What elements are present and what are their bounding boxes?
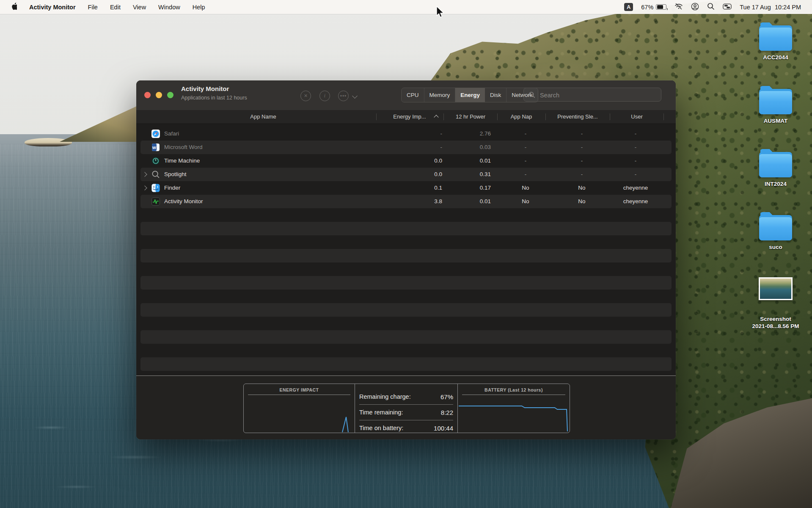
table-row-finder[interactable]: Finder 0.1 0.17 No No cheyenne <box>140 181 672 195</box>
empty-row <box>140 208 672 222</box>
mouse-cursor <box>436 6 445 20</box>
battery-chart-section: BATTERY (Last 12 hours) <box>458 384 570 433</box>
column-header-preventing-sleep[interactable]: Preventing Sle... <box>557 110 597 123</box>
activity-monitor-window: Activity Monitor Applications in last 12… <box>136 80 676 439</box>
energy-impact-section: ENERGY IMPACT <box>244 384 355 433</box>
energy-impact-title: ENERGY IMPACT <box>244 387 355 392</box>
wallpaper-island <box>25 138 72 146</box>
folder-label: suco <box>752 243 799 251</box>
tab-cpu[interactable]: CPU <box>402 88 424 102</box>
empty-row <box>140 290 672 303</box>
battery-level-graph <box>458 397 569 432</box>
desktop-folder-suco[interactable]: suco <box>752 215 799 251</box>
table-row-spotlight[interactable]: Spotlight 0.0 0.31 - - - <box>140 168 672 181</box>
folder-icon <box>759 152 792 177</box>
empty-row <box>140 330 672 344</box>
column-header-energy-impact[interactable]: Energy Imp... <box>393 110 426 123</box>
disclosure-chevron-icon[interactable] <box>142 185 147 190</box>
folder-icon <box>759 215 792 240</box>
window-titlebar[interactable]: Activity Monitor Applications in last 12… <box>136 80 676 110</box>
folder-label: AUSMAT <box>752 117 799 124</box>
menubar-date: Tue 17 Aug <box>740 4 771 11</box>
folder-label: ACC2044 <box>752 54 799 61</box>
menu-edit[interactable]: Edit <box>110 4 121 11</box>
window-footer: ENERGY IMPACT Remaining charge: 67% Time… <box>136 375 676 439</box>
battery-percent-label: 67% <box>641 4 653 11</box>
empty-row <box>140 249 672 262</box>
search-icon <box>528 91 535 98</box>
input-source-indicator[interactable]: A <box>624 3 633 11</box>
column-header-app-name[interactable]: App Name <box>250 110 276 123</box>
sort-ascending-icon <box>434 115 438 119</box>
svg-text:W: W <box>152 145 156 150</box>
screenshot-thumbnail <box>759 277 793 300</box>
tab-memory[interactable]: Memory <box>424 88 456 102</box>
empty-row <box>140 303 672 317</box>
desktop-folder-ausmat[interactable]: AUSMAT <box>752 89 799 124</box>
table-row-microsoft-word[interactable]: W Microsoft Word - 0.03 - - - <box>140 141 672 154</box>
finder-icon <box>151 184 160 192</box>
battery-chart-title: BATTERY (Last 12 hours) <box>458 387 570 392</box>
desktop-file-screenshot[interactable]: Screenshot 2021-08...8.56 PM <box>752 277 799 330</box>
folder-icon <box>759 25 792 51</box>
search-input[interactable] <box>539 89 659 101</box>
empty-row <box>140 357 672 371</box>
disclosure-chevron-icon[interactable] <box>142 172 147 177</box>
zoom-window-button[interactable] <box>167 92 173 98</box>
table-row-safari[interactable]: Safari - 2.76 - - - <box>140 127 672 141</box>
empty-row <box>140 317 672 330</box>
stat-time-remaining: Time remaining: 8:22 <box>359 405 453 420</box>
battery-stats-section: Remaining charge: 67% Time remaining: 8:… <box>355 384 458 433</box>
battery-status[interactable]: 67% <box>641 4 666 11</box>
desktop-folder-int2024[interactable]: INT2024 <box>752 152 799 188</box>
stat-time-on-battery: Time on battery: 100:44 <box>359 420 453 436</box>
menubar-clock[interactable]: Tue 17 Aug 10:24 PM <box>740 4 801 11</box>
menu-view[interactable]: View <box>133 4 146 11</box>
empty-row <box>140 276 672 290</box>
user-account-icon[interactable] <box>691 3 699 12</box>
quit-process-button[interactable]: ✕ <box>300 91 311 101</box>
control-center-icon[interactable] <box>723 3 732 11</box>
table-row-time-machine[interactable]: Time Machine 0.0 0.01 - - - <box>140 154 672 168</box>
column-header-user[interactable]: User <box>631 110 642 123</box>
battery-icon <box>656 4 666 10</box>
screenshot-label: Screenshot 2021-08...8.56 PM <box>752 315 799 330</box>
process-table: Safari - 2.76 - - - W Microsoft Word - 0… <box>136 124 676 375</box>
time-machine-icon <box>151 157 160 165</box>
window-subtitle: Applications in last 12 hours <box>181 95 247 101</box>
column-header-app-nap[interactable]: App Nap <box>511 110 532 123</box>
search-field[interactable] <box>523 88 661 102</box>
more-options-button[interactable]: ••• <box>338 91 349 101</box>
folder-icon <box>759 89 792 114</box>
empty-row <box>140 344 672 357</box>
inspect-process-button[interactable]: i <box>319 91 330 101</box>
folder-label: INT2024 <box>752 180 799 188</box>
close-window-button[interactable] <box>144 92 151 98</box>
spotlight-row-icon <box>151 170 160 179</box>
menu-help[interactable]: Help <box>193 4 205 11</box>
menu-bar: Activity Monitor File Edit View Window H… <box>0 0 812 14</box>
safari-icon <box>151 130 160 138</box>
table-row-activity-monitor[interactable]: Activity Monitor 3.8 0.01 No No cheyenne <box>140 195 672 208</box>
minimize-window-button[interactable] <box>156 92 162 98</box>
tab-energy[interactable]: Energy <box>455 88 485 102</box>
view-tabs: CPU Memory Energy Disk Network <box>401 88 538 102</box>
column-header-12hr-power[interactable]: 12 hr Power <box>456 110 485 123</box>
empty-row <box>140 222 672 235</box>
empty-row <box>140 235 672 249</box>
menubar-time: 10:24 PM <box>775 4 801 11</box>
activity-monitor-icon <box>151 197 160 206</box>
wifi-off-icon[interactable] <box>674 3 683 11</box>
desktop-folder-acc2044[interactable]: ACC2044 <box>752 25 799 61</box>
chevron-down-icon[interactable] <box>352 93 358 99</box>
apple-menu-icon[interactable] <box>11 3 17 11</box>
menubar-app-name[interactable]: Activity Monitor <box>29 4 76 11</box>
stat-remaining-charge: Remaining charge: 67% <box>359 389 453 404</box>
energy-stats-panel: ENERGY IMPACT Remaining charge: 67% Time… <box>243 384 570 433</box>
empty-row <box>140 262 672 276</box>
menu-file[interactable]: File <box>88 4 98 11</box>
menu-window[interactable]: Window <box>158 4 180 11</box>
tab-disk[interactable]: Disk <box>485 88 506 102</box>
spotlight-search-icon[interactable] <box>707 3 715 11</box>
window-title: Activity Monitor <box>181 85 229 92</box>
